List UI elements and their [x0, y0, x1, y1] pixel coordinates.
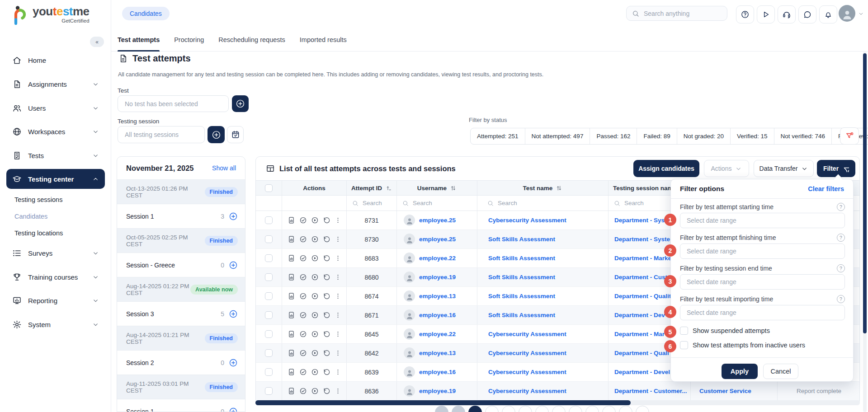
retake-icon[interactable] [323, 349, 330, 357]
column-header-test-name[interactable]: Test name [477, 181, 609, 195]
test-name-link[interactable]: Soft Skills Assessment [488, 293, 555, 300]
pagination-page-button[interactable] [535, 406, 549, 412]
report-icon[interactable] [288, 273, 295, 281]
report-icon[interactable] [288, 349, 295, 357]
session-name-link[interactable]: Department - Customer... [614, 388, 687, 394]
kebab-menu-icon[interactable] [335, 368, 341, 376]
username-link[interactable]: employee.16 [419, 369, 456, 375]
session-name-link[interactable]: Department - Devel [614, 369, 670, 375]
sidebar-item-tests[interactable]: Tests [6, 145, 105, 165]
play-attempt-icon[interactable] [311, 273, 319, 281]
testing-session-field[interactable] [118, 126, 205, 143]
global-search[interactable] [626, 6, 727, 21]
verify-check-icon[interactable] [299, 330, 307, 338]
status-chip-not-graded[interactable]: Not graded: 20 [677, 128, 730, 144]
report-icon[interactable] [288, 387, 295, 395]
test-name-link[interactable]: Cybersecurity Assessment [488, 217, 566, 224]
clear-status-filter-button[interactable] [840, 127, 859, 145]
session-name-link[interactable]: Department - Mar [614, 331, 665, 337]
help-icon[interactable]: ? [837, 203, 845, 211]
retake-icon[interactable] [323, 254, 330, 262]
report-icon[interactable] [288, 235, 295, 243]
test-name-link[interactable]: Soft Skills Assessment [488, 274, 555, 281]
breadcrumb[interactable]: Candidates [122, 7, 170, 20]
sidebar-item-workspaces[interactable]: Workspaces [6, 122, 105, 141]
select-all-checkbox[interactable] [265, 184, 273, 192]
retake-icon[interactable] [323, 311, 330, 319]
session-name-link[interactable]: Department - Quali [614, 350, 669, 356]
testing-session-input[interactable] [124, 131, 198, 139]
session-name-link[interactable]: Department - Syst [614, 217, 667, 224]
date-range-input-2[interactable] [686, 247, 839, 255]
vertical-scrollbar-thumb[interactable] [863, 53, 867, 333]
row-checkbox[interactable] [265, 254, 273, 262]
sidebar-item-home[interactable]: Home [6, 50, 105, 70]
date-range-field-3[interactable] [680, 274, 845, 290]
test-name-search-input[interactable] [497, 199, 542, 207]
session-name-link[interactable]: Department - Syste [614, 236, 670, 243]
user-menu-chevron[interactable] [858, 11, 864, 17]
sidebar-item-testing-center[interactable]: Testing center [6, 169, 105, 189]
sidebar-subitem-candidates[interactable]: Candidates [14, 208, 47, 225]
help-icon[interactable]: ? [837, 234, 845, 242]
username-link[interactable]: employee.16 [419, 312, 456, 318]
session-row[interactable]: Session 1 0 [117, 399, 245, 412]
session-row[interactable]: Session 1 3 [117, 204, 245, 228]
tab-proctoring[interactable]: Proctoring [174, 28, 204, 52]
kebab-menu-icon[interactable] [335, 273, 341, 281]
test-name-link[interactable]: Soft Skills Assessment [488, 236, 555, 243]
chat-button[interactable] [798, 5, 816, 23]
date-range-input-3[interactable] [686, 278, 839, 286]
show-suspended-attempts-option[interactable]: Show suspended attempts [680, 327, 770, 335]
session-row[interactable]: Session - Greece 0 [117, 253, 245, 277]
retake-icon[interactable] [323, 292, 330, 300]
actions-dropdown-button[interactable]: Actions [704, 160, 749, 177]
test-name-link[interactable]: Cybersecurity Assessment [488, 369, 566, 375]
report-icon[interactable] [288, 216, 295, 224]
username-link[interactable]: employee.25 [419, 217, 456, 224]
column-header-attempt-id[interactable]: Attempt ID [347, 181, 397, 195]
play-attempt-icon[interactable] [311, 216, 319, 224]
date-range-field-2[interactable] [680, 243, 845, 259]
play-attempt-icon[interactable] [311, 368, 319, 376]
test-name-link[interactable]: Cybersecurity Assessment [488, 350, 566, 356]
verify-check-icon[interactable] [299, 349, 307, 357]
play-attempt-icon[interactable] [311, 311, 319, 319]
status-chip-passed[interactable]: Passed: 162 [590, 128, 637, 144]
play-attempt-icon[interactable] [311, 349, 319, 357]
username-link[interactable]: employee.22 [419, 331, 456, 337]
row-checkbox[interactable] [265, 387, 273, 395]
cancel-button[interactable]: Cancel [763, 364, 798, 379]
horizontal-scrollbar-track[interactable] [255, 400, 860, 405]
sidebar-item-system[interactable]: System [6, 314, 105, 334]
add-candidate-icon[interactable] [229, 358, 238, 367]
app-logo[interactable]: youtestme GetCertified [12, 5, 90, 26]
pagination-page-button[interactable] [485, 406, 499, 412]
sidebar-item-training-courses[interactable]: Training courses [6, 267, 105, 287]
tutorials-button[interactable] [757, 5, 775, 23]
retake-icon[interactable] [323, 235, 330, 243]
help-icon[interactable]: ? [837, 264, 845, 272]
session-name-link[interactable]: Department - Dev [614, 312, 665, 318]
apply-button[interactable]: Apply [722, 364, 758, 379]
add-candidate-icon[interactable] [229, 309, 238, 318]
sort-icon[interactable] [556, 185, 562, 192]
username-link[interactable]: employee.19 [419, 274, 456, 281]
session-row[interactable]: Session 3 5 [117, 301, 245, 326]
add-candidate-icon[interactable] [229, 407, 238, 412]
sidebar-subitem-testing-locations[interactable]: Testing locations [14, 225, 63, 241]
row-checkbox[interactable] [265, 235, 273, 243]
notifications-button[interactable] [819, 5, 837, 23]
kebab-menu-icon[interactable] [335, 330, 341, 338]
kebab-menu-icon[interactable] [335, 311, 341, 319]
show-all-link[interactable]: Show all [212, 164, 236, 172]
horizontal-scrollbar-thumb[interactable] [255, 400, 631, 405]
workspace-link[interactable]: Customer Service [699, 388, 751, 394]
test-name-link[interactable]: Soft Skills Assessment [488, 255, 555, 262]
session-name-search-input[interactable] [623, 199, 668, 207]
user-avatar[interactable] [839, 5, 855, 22]
verify-check-icon[interactable] [299, 254, 307, 262]
verify-check-icon[interactable] [299, 387, 307, 395]
status-chip-not-attempted[interactable]: Not attempted: 497 [525, 128, 590, 144]
username-link[interactable]: employee.25 [419, 236, 456, 243]
